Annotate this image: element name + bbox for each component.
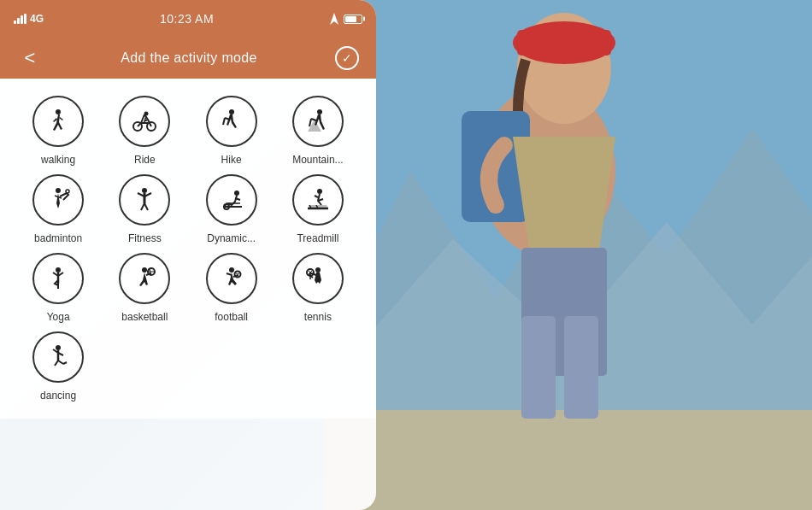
activity-yoga[interactable]: Yoga: [17, 253, 99, 323]
tennis-icon-circle: [292, 253, 344, 304]
hiking-icon: [218, 108, 245, 135]
walking-label: walking: [41, 154, 75, 166]
activity-basketball[interactable]: basketball: [103, 253, 185, 323]
dancing-icon: [44, 343, 72, 371]
hike-label: Hike: [221, 154, 242, 166]
network-label: 4G: [30, 13, 44, 25]
header-bar: < Add the activity mode ✓: [0, 38, 376, 79]
svg-point-26: [317, 189, 322, 194]
badminton-icon-circle: [32, 174, 84, 226]
signal-bars: [14, 14, 26, 24]
signal-bar-1: [14, 21, 16, 24]
basketball-icon: [131, 265, 158, 292]
svg-point-23: [142, 188, 147, 193]
activity-dancing[interactable]: dancing: [17, 331, 99, 402]
cycling-icon: [131, 108, 158, 135]
activity-ride[interactable]: Ride: [103, 96, 185, 166]
svg-rect-7: [517, 30, 611, 56]
mountain-icon-circle: [292, 96, 344, 147]
activity-mountain[interactable]: Mountain...: [277, 96, 359, 166]
yoga-label: Yoga: [47, 311, 70, 323]
svg-point-24: [234, 191, 239, 196]
dancing-icon-circle: [32, 331, 84, 383]
ride-icon-circle: [119, 96, 170, 147]
status-bar: 4G 10:23 AM: [0, 0, 376, 38]
mountain-icon: [304, 108, 332, 135]
svg-point-18: [229, 109, 234, 114]
activity-dynamic[interactable]: Dynamic...: [191, 174, 273, 244]
svg-point-34: [56, 345, 61, 350]
treadmill-label: Treadmill: [297, 232, 338, 244]
battery-indicator: [344, 15, 362, 24]
treadmill-icon: [304, 186, 332, 214]
walking-icon: [44, 108, 72, 135]
svg-rect-12: [521, 316, 556, 419]
dynamic-icon: [218, 186, 245, 214]
dynamic-icon-circle: [206, 174, 257, 226]
activity-tennis[interactable]: tennis: [277, 253, 359, 323]
activities-container: walking Ride: [0, 79, 376, 419]
signal-bar-3: [21, 15, 23, 24]
signal-bar-4: [24, 14, 26, 24]
phone-panel: 4G 10:23 AM < Add the activity mode ✓: [0, 0, 376, 510]
mountain-label: Mountain...: [292, 154, 343, 166]
svg-rect-3: [325, 410, 812, 510]
walking-icon-circle: [32, 96, 84, 147]
battery-fill: [345, 16, 356, 22]
football-icon: [218, 265, 245, 292]
tennis-icon: [304, 265, 332, 292]
svg-rect-13: [564, 316, 598, 419]
svg-point-17: [144, 112, 149, 116]
fitness-label: Fitness: [128, 232, 162, 244]
confirm-button[interactable]: ✓: [335, 46, 359, 70]
page-title: Add the activity mode: [121, 50, 256, 66]
football-label: football: [215, 311, 248, 323]
hike-icon-circle: [206, 96, 257, 147]
activity-walking[interactable]: walking: [17, 96, 99, 166]
svg-point-28: [142, 267, 147, 273]
svg-point-27: [56, 267, 61, 273]
dynamic-label: Dynamic...: [207, 232, 256, 244]
back-button[interactable]: <: [17, 47, 43, 69]
football-icon-circle: [206, 253, 257, 304]
badminton-icon: [44, 186, 72, 214]
fitness-icon-circle: [119, 174, 170, 226]
svg-point-30: [229, 267, 234, 273]
signal-bar-2: [17, 18, 20, 24]
status-time: 10:23 AM: [160, 12, 214, 26]
activity-football[interactable]: football: [191, 253, 273, 323]
activity-badminton[interactable]: badminton: [17, 174, 99, 244]
badminton-label: badminton: [34, 232, 82, 244]
activity-treadmill[interactable]: Treadmill: [277, 174, 359, 244]
dancing-label: dancing: [40, 390, 76, 402]
status-right: [330, 13, 362, 25]
activity-fitness[interactable]: Fitness: [103, 174, 185, 244]
fitness-icon: [131, 186, 158, 214]
activity-hike[interactable]: Hike: [191, 96, 273, 166]
check-icon: ✓: [342, 51, 352, 65]
tennis-label: tennis: [304, 311, 332, 323]
svg-point-14: [56, 109, 61, 114]
activities-grid: walking Ride: [17, 96, 359, 402]
yoga-icon-circle: [32, 253, 84, 304]
photo-background: [325, 0, 812, 510]
yoga-icon: [44, 265, 72, 292]
location-icon: [330, 13, 338, 25]
basketball-label: basketball: [121, 311, 168, 323]
svg-point-22: [66, 190, 69, 193]
svg-point-21: [56, 188, 61, 193]
ride-label: Ride: [134, 154, 156, 166]
basketball-icon-circle: [119, 253, 170, 304]
svg-point-32: [315, 267, 321, 273]
status-left: 4G: [14, 13, 44, 25]
treadmill-icon-circle: [292, 174, 344, 226]
svg-point-19: [317, 109, 322, 114]
